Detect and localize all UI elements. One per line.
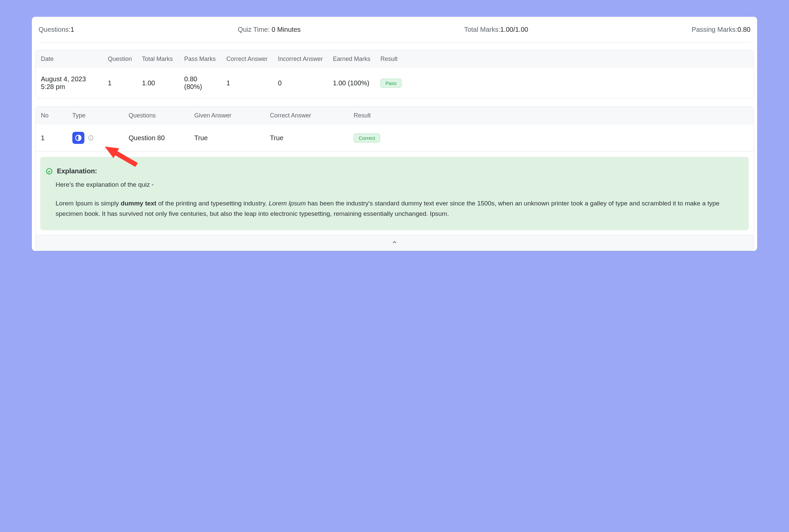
check-circle-icon: [45, 167, 53, 175]
col-pass-marks: Pass Marks: [184, 56, 226, 62]
cell-pass-marks-line2: (80%): [184, 83, 226, 91]
passing-marks-label: Passing Marks:: [692, 26, 737, 33]
cell-date: August 4, 2023 5:28 pm: [41, 75, 108, 91]
quiz-time-label: Quiz Time:: [238, 26, 270, 33]
cell-result-badge: Correct: [354, 133, 394, 142]
cell-date-line2: 5:28 pm: [41, 83, 108, 91]
attempts-table: Date Question Total Marks Pass Marks Cor…: [35, 50, 754, 98]
cell-pass-marks: 0.80 (80%): [184, 75, 226, 91]
summary-questions: Questions:1: [38, 26, 74, 34]
attempts-row: August 4, 2023 5:28 pm 1 1.00 0.80 (80%)…: [36, 68, 753, 98]
explanation-body: Lorem Ipsum is simply dummy text of the …: [56, 198, 739, 219]
cell-incorrect: 0: [278, 79, 333, 87]
quiz-time-value: 0 Minutes: [272, 26, 301, 33]
details-row: 1 Question 80 True True Correct: [36, 125, 753, 152]
contrast-icon: [72, 132, 85, 144]
col-questions: Questions: [129, 112, 194, 119]
summary-stats: Questions:1 Quiz Time: 0 Minutes Total M…: [38, 17, 751, 42]
questions-label: Questions:: [38, 26, 71, 33]
cell-type: [72, 132, 129, 144]
cell-given: True: [194, 134, 270, 142]
info-icon[interactable]: [88, 135, 94, 141]
explanation-p1b: of the printing and typesetting industry…: [157, 200, 269, 207]
svg-point-3: [90, 136, 91, 137]
col-earned: Earned Marks: [333, 56, 381, 62]
total-marks-label: Total Marks:: [464, 26, 500, 33]
col-correct: Correct Answer: [226, 56, 278, 62]
details-table: No Type Questions Given Answer Correct A…: [35, 107, 754, 251]
quiz-results-card: Questions:1 Quiz Time: 0 Minutes Total M…: [32, 17, 757, 251]
cell-correct-ans: True: [270, 134, 354, 142]
cell-pass-marks-line1: 0.80: [184, 75, 226, 83]
col-given: Given Answer: [194, 112, 270, 119]
col-result2: Result: [354, 112, 394, 119]
col-question: Question: [108, 56, 142, 62]
col-result: Result: [381, 56, 401, 62]
summary-passing-marks: Passing Marks:0.80: [692, 26, 751, 34]
passing-marks-value: 0.80: [737, 26, 751, 33]
cell-earned: 1.00 (100%): [333, 79, 381, 87]
details-header-row: No Type Questions Given Answer Correct A…: [36, 107, 753, 125]
cell-question: 1: [108, 79, 142, 87]
cell-question-text: Question 80: [129, 134, 194, 142]
explanation-p1a: Lorem Ipsum is simply: [56, 200, 121, 207]
attempts-header-row: Date Question Total Marks Pass Marks Cor…: [36, 50, 753, 68]
col-incorrect: Incorrect Answer: [278, 56, 333, 62]
correct-badge: Correct: [354, 133, 380, 142]
col-type: Type: [72, 112, 129, 119]
col-total-marks: Total Marks: [142, 56, 184, 62]
col-correct-ans: Correct Answer: [270, 112, 354, 119]
total-marks-value: 1.00/1.00: [500, 26, 528, 33]
collapse-toggle[interactable]: [36, 235, 753, 251]
cell-result: Pass: [381, 79, 401, 88]
summary-total-marks: Total Marks:1.00/1.00: [464, 26, 528, 34]
explanation-title: Explanation:: [57, 166, 97, 176]
col-date: Date: [41, 56, 108, 62]
explanation-intro: Here's the explanation of the quiz -: [56, 180, 739, 190]
questions-value: 1: [71, 26, 74, 33]
chevron-up-icon: [391, 239, 398, 245]
pass-badge: Pass: [381, 79, 402, 88]
explanation-p1-bold: dummy text: [121, 200, 157, 207]
explanation-heading: Explanation:: [45, 166, 739, 176]
cell-no: 1: [41, 134, 72, 142]
summary-quiz-time: Quiz Time: 0 Minutes: [238, 26, 301, 34]
cell-total-marks: 1.00: [142, 79, 184, 87]
explanation-p1-italic: Lorem Ipsum: [269, 200, 306, 207]
cell-correct: 1: [226, 79, 278, 87]
explanation-box: Explanation: Here's the explanation of t…: [40, 157, 749, 230]
cell-date-line1: August 4, 2023: [41, 75, 108, 83]
col-no: No: [41, 112, 72, 119]
summary-section: Questions:1 Quiz Time: 0 Minutes Total M…: [32, 17, 757, 42]
